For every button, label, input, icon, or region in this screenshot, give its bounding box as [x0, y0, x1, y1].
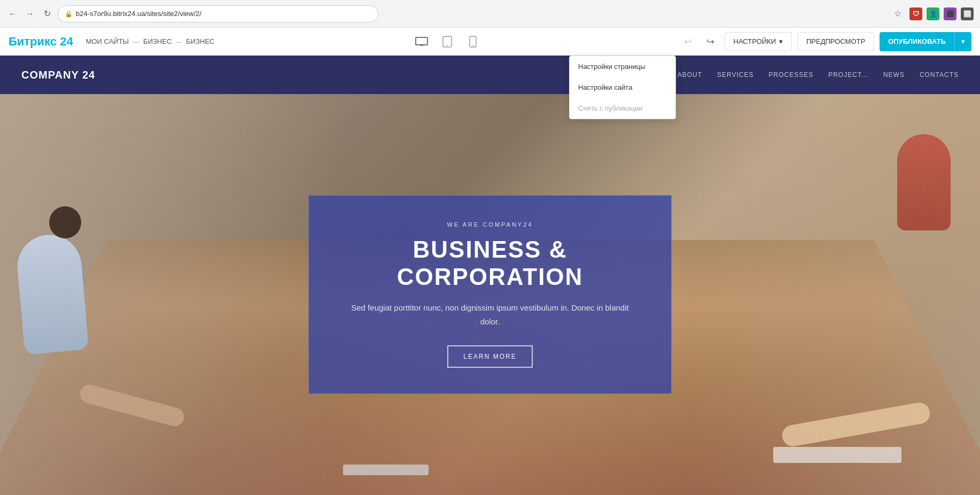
logo-number: 24 [60, 35, 73, 48]
publish-dropdown-icon: ▾ [961, 37, 965, 45]
browser-right-icons: ☆ 🛡 👤 ⬛ ⬜ [890, 6, 974, 21]
extension-shield-icon[interactable]: 🛡 [909, 7, 922, 20]
redo-button[interactable]: ↪ [702, 33, 719, 50]
hero-learn-more-button[interactable]: LEARN MORE [447, 345, 532, 368]
person-right-body [897, 134, 951, 230]
site-logo: COMPANY 24 [21, 69, 95, 81]
site-hero: WE ARE COMPANY24 BUSINESS & CORPORATION … [0, 94, 980, 495]
nav-item-projects[interactable]: PROJECT... [828, 71, 868, 79]
publish-group: ОПУБЛИКОВАТЬ ▾ [880, 32, 971, 51]
settings-button[interactable]: НАСТРОЙКИ ▾ [725, 32, 792, 51]
svg-point-6 [472, 45, 473, 46]
url-text: b24-s7or9u.bitrix24.ua/sites/site2/view/… [76, 10, 201, 18]
extension-block-icon[interactable]: ⬛ [944, 7, 956, 20]
svg-rect-0 [416, 37, 427, 45]
svg-point-4 [447, 45, 448, 46]
bookmark-icon[interactable]: ☆ [890, 6, 905, 21]
nav-item-about[interactable]: ABOUT [678, 71, 702, 79]
address-bar[interactable]: 🔒 b24-s7or9u.bitrix24.ua/sites/site2/vie… [58, 5, 378, 22]
mobile-device-btn[interactable] [463, 32, 483, 51]
extension-user-icon[interactable]: 👤 [927, 7, 939, 20]
device-switcher [214, 32, 679, 51]
nav-item-contacts[interactable]: CONTACTS [920, 71, 959, 79]
refresh-button[interactable]: ↻ [41, 7, 53, 20]
hero-content: WE ARE COMPANY24 BUSINESS & CORPORATION … [308, 195, 672, 394]
settings-dropdown-menu: Настройки страницы Настройки сайта Снять… [569, 56, 676, 119]
bx-logo: Битрикс 24 [9, 35, 73, 49]
person-left-head [49, 206, 81, 238]
dropdown-item-unpublish[interactable]: Снять с публикации [570, 98, 675, 119]
laptop-base [343, 465, 429, 475]
undo-button[interactable]: ↩ [680, 33, 697, 50]
extension-extra-icon[interactable]: ⬜ [961, 7, 974, 20]
preview-button[interactable]: ПРЕДПРОСМОТР [797, 32, 874, 51]
publish-label: ОПУБЛИКОВАТЬ [888, 37, 946, 45]
desktop-device-btn[interactable] [412, 32, 431, 51]
dropdown-item-page-settings[interactable]: Настройки страницы [570, 56, 675, 77]
dropdown-item-site-settings[interactable]: Настройки сайта [570, 77, 675, 98]
settings-dropdown-icon: ▾ [779, 37, 783, 45]
breadcrumb-biz-1[interactable]: БИЗНЕС [143, 37, 172, 45]
ssl-lock-icon: 🔒 [65, 10, 73, 18]
hero-btn-label: LEARN MORE [463, 353, 516, 360]
hero-pretitle: WE ARE COMPANY24 [343, 221, 637, 228]
publish-button[interactable]: ОПУБЛИКОВАТЬ [880, 32, 954, 51]
bx-toolbar: Битрикс 24 МОИ САЙТЫ — БИЗНЕС — БИЗНЕС [0, 28, 980, 56]
site-preview: COMPANY 24 HOME ABOUT SERVICES PROCESSES… [0, 56, 980, 495]
logo-prefix: Битрикс [9, 35, 60, 48]
breadcrumb: МОИ САЙТЫ — БИЗНЕС — БИЗНЕС [86, 37, 215, 45]
forward-button[interactable]: → [24, 7, 36, 20]
hero-title: BUSINESS & CORPORATION [343, 236, 637, 290]
hero-subtitle: Sed feugiat porttitor nunc, non dignissi… [343, 301, 637, 328]
settings-label: НАСТРОЙКИ [734, 37, 776, 45]
site-navbar: COMPANY 24 HOME ABOUT SERVICES PROCESSES… [0, 56, 980, 94]
site-nav: HOME ABOUT SERVICES PROCESSES PROJECT...… [641, 70, 959, 80]
nav-item-news[interactable]: NEWS [883, 71, 905, 79]
bx-toolbar-right: ↩ ↪ НАСТРОЙКИ ▾ ПРЕДПРОСМОТР ОПУБЛИКОВАТ… [680, 32, 971, 51]
breadcrumb-sep-2: — [176, 38, 182, 45]
preview-label: ПРЕДПРОСМОТР [806, 37, 865, 45]
nav-item-processes[interactable]: PROCESSES [769, 71, 814, 79]
browser-chrome: ← → ↻ 🔒 b24-s7or9u.bitrix24.ua/sites/sit… [0, 0, 980, 28]
breadcrumb-biz-2[interactable]: БИЗНЕС [186, 37, 214, 45]
back-button[interactable]: ← [6, 7, 19, 20]
publish-dropdown-button[interactable]: ▾ [954, 32, 971, 51]
keyboard [773, 447, 901, 463]
nav-item-services[interactable]: SERVICES [717, 71, 753, 79]
breadcrumb-sep-1: — [133, 38, 139, 45]
breadcrumb-my-sites[interactable]: МОИ САЙТЫ [86, 37, 129, 45]
tablet-device-btn[interactable] [438, 32, 457, 51]
